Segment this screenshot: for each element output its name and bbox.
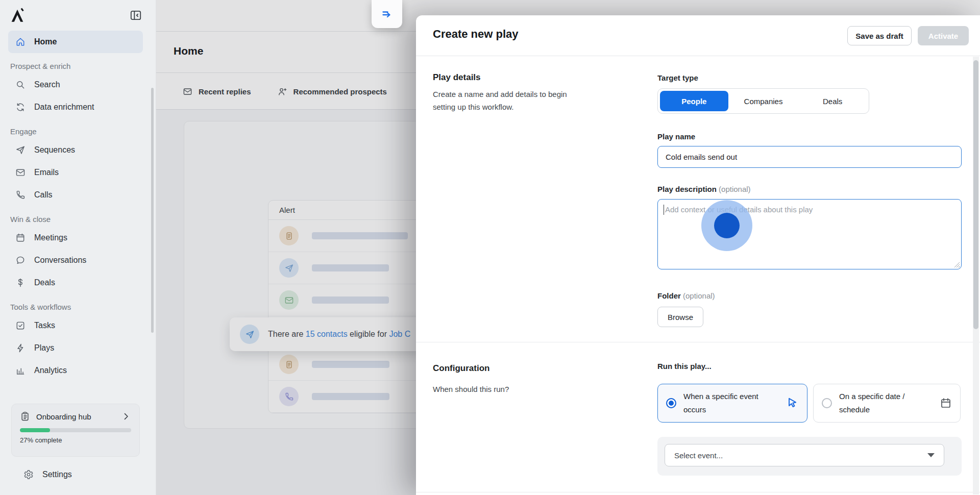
radio-selected-icon[interactable] — [666, 398, 676, 408]
radio-unselected-icon[interactable] — [822, 398, 832, 408]
sidebar-item-search[interactable]: Search — [8, 73, 143, 96]
cursor-icon — [786, 397, 799, 410]
text-caret — [664, 205, 664, 215]
sidebar-item-label: Analytics — [34, 366, 67, 375]
target-type-deals[interactable]: Deals — [798, 91, 867, 111]
create-play-drawer: Create new play Save as draft Activate P… — [416, 15, 980, 495]
folder-label: Folder (optional) — [657, 291, 715, 300]
onboarding-hub-title: Onboarding hub — [36, 412, 115, 421]
drawer-scrollbar-thumb[interactable] — [973, 60, 978, 329]
target-type-people[interactable]: People — [660, 91, 728, 111]
envelope-icon — [15, 167, 26, 178]
run-option-on-a-specific-date-schedule[interactable]: On a specific date / schedule — [813, 384, 961, 423]
play-description-label: Play description (optional) — [657, 185, 751, 193]
nav-section-engage: Engage — [0, 118, 151, 139]
section-divider — [416, 492, 980, 492]
description-placeholder: Add context or useful details about this… — [665, 205, 813, 214]
sidebar-item-label: Tasks — [34, 321, 55, 330]
sidebar-item-conversations[interactable]: Conversations — [8, 249, 143, 271]
apollo-logo-icon — [9, 7, 26, 24]
section-divider — [416, 342, 980, 342]
onboarding-progress-fill — [20, 428, 50, 432]
sidebar-item-label: Calls — [34, 190, 53, 200]
calendar-icon — [15, 233, 26, 243]
phone-icon — [15, 190, 26, 200]
optional-tag: (optional) — [719, 185, 751, 193]
caret-down-icon — [927, 453, 935, 457]
sidebar-item-calls[interactable]: Calls — [8, 184, 143, 206]
sidebar-item-label: Sequences — [34, 145, 75, 155]
chevron-right-icon — [121, 411, 131, 422]
enrich-icon — [15, 102, 26, 112]
sidebar-item-analytics[interactable]: Analytics — [8, 359, 143, 382]
target-type-label: Target type — [657, 73, 698, 82]
expand-drawer-button[interactable] — [372, 0, 402, 28]
optional-tag: (optional) — [683, 291, 715, 300]
clipboard-icon — [20, 411, 30, 422]
collapse-sidebar-icon[interactable] — [129, 9, 142, 22]
home-icon — [15, 37, 26, 47]
sidebar: HomeProspect & enrichSearchData enrichme… — [0, 0, 156, 495]
configuration-heading: Configuration — [433, 363, 489, 374]
sidebar-item-label: Emails — [34, 168, 59, 177]
sidebar-item-label: Meetings — [34, 233, 67, 242]
run-option-label: On a specific date / schedule — [839, 390, 933, 416]
sidebar-item-label: Conversations — [34, 256, 86, 265]
sidebar-item-home[interactable]: Home — [8, 31, 143, 53]
sidebar-item-tasks[interactable]: Tasks — [8, 314, 143, 337]
sidebar-nav: HomeProspect & enrichSearchData enrichme… — [0, 31, 151, 382]
nav-section-tools-workflows: Tools & workflows — [0, 294, 151, 314]
sidebar-item-sequences[interactable]: Sequences — [8, 139, 143, 161]
resize-handle-icon[interactable] — [954, 262, 960, 267]
nav-section-prospect-enrich: Prospect & enrich — [0, 53, 151, 73]
sidebar-item-label: Home — [34, 37, 57, 46]
drawer-header: Create new play Save as draft Activate — [416, 15, 980, 56]
event-select-placeholder: Select event... — [674, 451, 723, 460]
sidebar-item-label: Search — [34, 80, 60, 89]
sidebar-item-plays[interactable]: Plays — [8, 337, 143, 359]
target-type-companies[interactable]: Companies — [729, 91, 798, 111]
nav-section-win-close: Win & close — [0, 206, 151, 227]
sidebar-item-deals[interactable]: Deals — [8, 271, 143, 294]
target-type-segmented-control: PeopleCompaniesDeals — [657, 88, 869, 114]
sidebar-item-label: Deals — [34, 278, 55, 287]
run-this-play-label: Run this play... — [657, 362, 712, 370]
sidebar-item-emails[interactable]: Emails — [8, 161, 143, 184]
play-name-input[interactable]: Cold emails send out — [657, 146, 962, 168]
chart-icon — [15, 365, 26, 376]
calendar-icon — [940, 397, 952, 409]
search-icon — [15, 80, 26, 90]
onboarding-progress-bar — [20, 428, 131, 432]
run-option-when-a-specific-event-occurs[interactable]: When a specific event occurs — [657, 384, 807, 423]
sidebar-item-data-enrichment[interactable]: Data enrichment — [8, 96, 143, 118]
onboarding-hub-card[interactable]: Onboarding hub 27% complete — [11, 404, 140, 457]
configuration-sub: When should this run? — [433, 383, 509, 395]
chat-icon — [15, 255, 26, 265]
play-name-label: Play name — [657, 132, 695, 141]
browse-folder-button[interactable]: Browse — [657, 307, 703, 327]
sidebar-item-meetings[interactable]: Meetings — [8, 227, 143, 249]
event-config-panel: Select event... — [657, 437, 962, 476]
save-as-draft-button[interactable]: Save as draft — [847, 26, 912, 45]
bolt-icon — [15, 343, 26, 353]
paper-plane-icon — [15, 145, 26, 155]
sidebar-scrollbar[interactable] — [151, 88, 154, 333]
sidebar-item-label: Plays — [34, 343, 54, 353]
expand-arrow-icon — [381, 8, 393, 20]
play-description-textarea[interactable]: Add context or useful details about this… — [657, 199, 962, 269]
play-details-heading: Play details — [433, 72, 481, 83]
sidebar-item-label: Settings — [42, 470, 72, 479]
onboarding-progress-label: 27% complete — [20, 436, 131, 444]
sidebar-item-label: Data enrichment — [34, 103, 94, 112]
task-icon — [15, 320, 26, 331]
dollar-icon — [15, 278, 26, 288]
run-option-label: When a specific event occurs — [683, 390, 778, 416]
activate-button[interactable]: Activate — [918, 26, 969, 45]
sidebar-item-settings[interactable]: Settings — [16, 463, 151, 486]
play-details-sub: Create a name and add details to begin s… — [433, 88, 586, 113]
gear-icon — [23, 469, 34, 480]
drawer-title: Create new play — [433, 28, 519, 41]
play-name-value: Cold emails send out — [666, 153, 737, 161]
event-select[interactable]: Select event... — [665, 444, 944, 466]
